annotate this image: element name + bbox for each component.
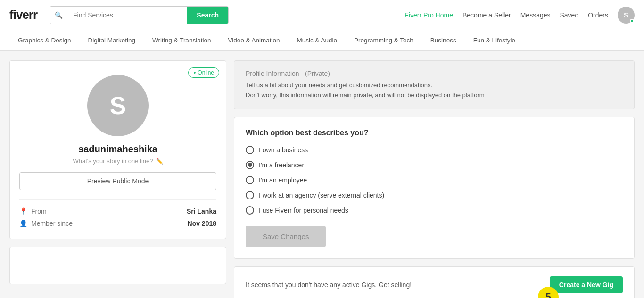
radio-btn-2[interactable] [246, 176, 254, 184]
right-panel: Profile Information (Private) Tell us a … [234, 60, 635, 298]
search-bar: 🔍 Search [50, 6, 229, 24]
saved-link[interactable]: Saved [560, 11, 579, 19]
avatar[interactable]: S [618, 7, 635, 24]
tagline-text: What's your story in one line? [73, 157, 153, 165]
profile-info-desc2: Don't worry, this information will remai… [246, 91, 623, 100]
question-title: Which option best describes you? [246, 129, 623, 137]
gig-card: It seems that you don't have any active … [234, 266, 635, 298]
meta-from-left: 📍 From [19, 207, 47, 215]
cat-marketing[interactable]: Digital Marketing [80, 31, 144, 50]
question-card: Which option best describes you? I own a… [234, 117, 635, 259]
profile-info-desc1: Tell us a bit about your needs and get c… [246, 81, 623, 91]
from-value: Sri Lanka [187, 207, 216, 215]
member-since-value: Nov 2018 [188, 220, 216, 227]
radio-option-4[interactable]: I use Fiverr for personal needs [246, 206, 623, 215]
radio-btn-4[interactable] [246, 206, 254, 215]
header-nav: Fiverr Pro Home Become a Seller Messages… [405, 7, 635, 24]
profile-avatar: S [87, 75, 149, 136]
radio-label-4: I use Fiverr for personal needs [259, 207, 348, 214]
preview-public-mode-button[interactable]: Preview Public Mode [19, 172, 216, 190]
cat-graphics[interactable]: Graphics & Design [9, 31, 80, 50]
member-since-label: Member since [31, 220, 73, 227]
profile-info-title-text: Profile Information [246, 70, 299, 77]
radio-btn-3[interactable] [246, 191, 254, 199]
member-icon: 👤 [19, 220, 27, 227]
profile-username: sadunimaheshika [78, 144, 157, 155]
radio-label-1: I'm a freelancer [259, 161, 304, 169]
left-panel: Online S sadunimaheshika What's your sto… [9, 60, 226, 298]
cat-business[interactable]: Business [422, 31, 465, 50]
search-button[interactable]: Search [187, 7, 228, 24]
profile-meta: 📍 From Sri Lanka 👤 Member since Nov 2018 [19, 199, 216, 227]
meta-member-left: 👤 Member since [19, 220, 73, 227]
radio-btn-0[interactable] [246, 146, 254, 154]
cat-music[interactable]: Music & Audio [289, 31, 346, 50]
header: fiverr 🔍 Search Fiverr Pro Home Become a… [0, 0, 644, 30]
cat-video[interactable]: Video & Animation [219, 31, 288, 50]
category-nav: Graphics & Design Digital Marketing Writ… [0, 30, 644, 51]
cat-lifestyle[interactable]: Fun & Lifestyle [465, 31, 524, 50]
avatar-letter: S [624, 11, 628, 19]
radio-label-0: I own a business [259, 146, 308, 154]
profile-info-card: Profile Information (Private) Tell us a … [234, 60, 635, 109]
search-icon: 🔍 [50, 8, 67, 23]
meta-member-row: 👤 Member since Nov 2018 [19, 220, 216, 227]
radio-btn-1[interactable] [246, 161, 254, 169]
save-changes-button[interactable]: Save Changes [246, 226, 326, 247]
messages-link[interactable]: Messages [520, 11, 551, 19]
meta-from-row: 📍 From Sri Lanka [19, 207, 216, 215]
online-indicator [630, 19, 634, 23]
search-input[interactable] [67, 8, 187, 23]
orders-link[interactable]: Orders [588, 11, 608, 19]
lower-left-card [9, 247, 226, 284]
become-seller-link[interactable]: Become a Seller [462, 11, 511, 19]
from-label: From [31, 207, 47, 215]
radio-option-1[interactable]: I'm a freelancer [246, 161, 623, 169]
edit-tagline-icon[interactable]: ✏️ [156, 158, 163, 165]
cat-writing[interactable]: Writing & Translation [144, 31, 219, 50]
radio-label-3: I work at an agency (serve external clie… [259, 191, 384, 199]
cat-programming[interactable]: Programming & Tech [346, 31, 422, 50]
location-icon: 📍 [19, 207, 27, 215]
radio-option-2[interactable]: I'm an employee [246, 176, 623, 184]
main-content: Online S sadunimaheshika What's your sto… [0, 51, 644, 298]
profile-info-title: Profile Information (Private) [246, 69, 623, 78]
online-badge: Online [188, 67, 219, 78]
gig-text: It seems that you don't have any active … [246, 281, 412, 289]
create-new-gig-button[interactable]: Create a New Gig [550, 276, 623, 293]
logo[interactable]: fiverr [9, 8, 37, 22]
radio-label-2: I'm an employee [259, 176, 307, 184]
radio-option-3[interactable]: I work at an agency (serve external clie… [246, 191, 623, 199]
profile-tagline: What's your story in one line? ✏️ [73, 157, 163, 165]
avatar-initial: S [110, 91, 126, 120]
fiverr-pro-link[interactable]: Fiverr Pro Home [405, 11, 453, 19]
profile-info-private-label: (Private) [305, 70, 330, 77]
radio-options: I own a business I'm a freelancer I'm an… [246, 146, 623, 215]
profile-card: Online S sadunimaheshika What's your sto… [9, 60, 226, 239]
radio-option-0[interactable]: I own a business [246, 146, 623, 154]
logo-text: fiverr [9, 8, 37, 22]
